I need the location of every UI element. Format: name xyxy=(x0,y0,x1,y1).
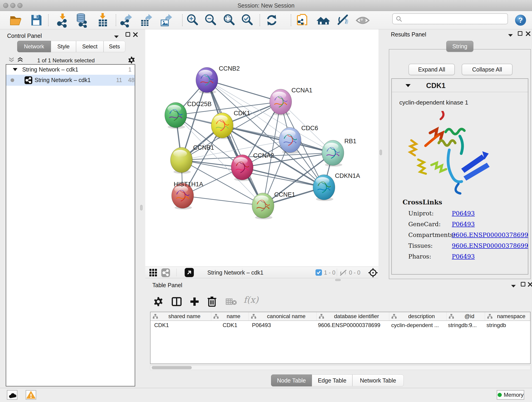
crosslink-link[interactable]: P06493 xyxy=(452,210,475,217)
node-CDK1[interactable] xyxy=(211,113,233,139)
birdseye-external-icon[interactable] xyxy=(185,268,194,277)
table-row[interactable]: CDK1CDK1P064939606.ENSP00000378699cyclin… xyxy=(151,321,530,330)
import-table-file-icon[interactable] xyxy=(95,13,110,28)
tab-network-table[interactable]: Network Table xyxy=(352,375,404,386)
memory-button[interactable]: Memory xyxy=(497,390,524,400)
cloud-button[interactable] xyxy=(7,390,17,400)
network-share-gray-icon[interactable] xyxy=(161,268,170,277)
search-box[interactable] xyxy=(392,13,508,24)
control-panel-float-icon[interactable] xyxy=(126,32,130,37)
help-icon[interactable]: ? xyxy=(515,14,526,26)
crosslink-link[interactable]: 9606.ENSP00000378699 xyxy=(452,231,528,238)
card-collapse-icon[interactable] xyxy=(405,83,411,88)
node-RB1[interactable] xyxy=(322,140,344,167)
table-cell[interactable]: cyclin-dependent ... xyxy=(389,321,447,330)
table-cell[interactable]: CDK1 xyxy=(151,321,211,330)
collapse-triangle-icon[interactable] xyxy=(12,67,18,71)
column-header-name[interactable]: name xyxy=(211,312,249,320)
node-CDC25B[interactable] xyxy=(165,102,187,129)
edge-CCNE1-HIST1H1A[interactable] xyxy=(183,196,263,206)
add-column-icon[interactable] xyxy=(189,296,200,307)
delete-column-trash-icon[interactable] xyxy=(206,296,217,307)
network-options-gear-icon[interactable] xyxy=(127,56,136,64)
table-hscrollbar[interactable] xyxy=(150,365,531,370)
tab-edge-table[interactable]: Edge Table xyxy=(312,375,352,386)
tab-style[interactable]: Style xyxy=(51,41,76,52)
protein-structure-image xyxy=(404,111,491,196)
edge-CCNB2-CCNA1[interactable] xyxy=(207,80,281,102)
results-panel-menu-icon[interactable] xyxy=(508,33,513,37)
table-cell[interactable]: stringdb xyxy=(485,321,530,330)
apply-layout-refresh-icon[interactable] xyxy=(264,13,279,28)
tab-select[interactable]: Select xyxy=(76,41,104,52)
crosshair-icon[interactable] xyxy=(368,268,378,278)
tab-sets[interactable]: Sets xyxy=(104,41,125,52)
column-header-shared-name[interactable]: shared name xyxy=(151,312,211,320)
results-panel-float-icon[interactable] xyxy=(518,31,522,36)
results-panel-close-icon[interactable] xyxy=(526,31,531,36)
tab-node-table[interactable]: Node Table xyxy=(271,375,312,386)
table-panel-menu-icon[interactable] xyxy=(511,284,516,288)
column-header-database-identifier[interactable]: database identifier xyxy=(317,312,389,320)
table-cell[interactable]: P06493 xyxy=(249,321,317,330)
table-splitter-handle[interactable] xyxy=(335,279,341,281)
table-cell[interactable]: stringdb:9... xyxy=(447,321,485,330)
table-gear-icon[interactable] xyxy=(153,296,164,307)
node-CCNE1[interactable] xyxy=(252,193,274,219)
crosslink-link[interactable]: P06493 xyxy=(452,221,475,228)
tab-network[interactable]: Network xyxy=(17,41,51,52)
column-header--id[interactable]: @id xyxy=(447,312,485,320)
grid-view-icon[interactable] xyxy=(149,268,158,277)
control-panel-close-icon[interactable] xyxy=(133,32,138,37)
zoom-fit-icon[interactable] xyxy=(222,13,237,28)
node-CCNA2[interactable] xyxy=(231,155,253,181)
hidden-eye-slash-icon[interactable] xyxy=(339,269,347,277)
save-session-icon[interactable] xyxy=(29,13,44,28)
control-panel-menu-icon[interactable] xyxy=(114,35,119,38)
results-splitter-handle[interactable] xyxy=(380,150,382,155)
network-collection-row[interactable]: String Network – cdk1 1 xyxy=(6,65,135,75)
edge-CCNB2-CCNE1[interactable] xyxy=(207,80,263,206)
search-input[interactable] xyxy=(404,15,505,23)
tab-string[interactable]: String xyxy=(446,41,473,52)
column-header-description[interactable]: description xyxy=(389,312,447,320)
node-CDKN1A[interactable] xyxy=(313,175,335,201)
export-network-icon[interactable] xyxy=(119,13,134,28)
zoom-out-icon[interactable] xyxy=(203,13,218,28)
crosslink-link[interactable]: 9606.ENSP00000378699 xyxy=(452,242,528,249)
table-cell[interactable]: CDK1 xyxy=(211,321,249,330)
glass-ball-toggle-icon[interactable] xyxy=(335,13,350,28)
node-CCNB1[interactable] xyxy=(171,147,192,174)
zoom-selected-icon[interactable] xyxy=(240,13,255,28)
export-table-icon[interactable] xyxy=(138,13,153,28)
table-cell[interactable]: 9606.ENSP00000378699 xyxy=(317,321,389,330)
network-row-selected[interactable]: String Network – cdk1 11 48 xyxy=(6,75,135,86)
selected-checkbox-icon[interactable] xyxy=(316,269,322,276)
eye-icon[interactable] xyxy=(355,13,370,28)
network-canvas[interactable]: CCNB2CCNA1CDC25BCDK1CDC6RB1CCNB1CCNA2CDK… xyxy=(145,29,379,267)
crosslink-link[interactable]: P06493 xyxy=(452,253,475,260)
node-CCNA1[interactable] xyxy=(270,89,292,115)
expand-all-button[interactable]: Expand All xyxy=(409,64,455,75)
import-network-database-icon[interactable] xyxy=(74,13,89,28)
control-splitter-handle[interactable] xyxy=(140,205,143,211)
column-header-namespace[interactable]: namespace xyxy=(485,312,530,320)
protein-card-header[interactable]: CDK1 xyxy=(392,79,528,92)
table-hscrollbar-thumb[interactable] xyxy=(152,366,192,369)
table-panel-float-icon[interactable] xyxy=(521,282,525,287)
collapse-all-button[interactable]: Collapse All xyxy=(462,64,513,75)
export-image-icon[interactable] xyxy=(158,13,173,28)
string-import-document-icon[interactable] xyxy=(295,13,310,28)
houses-icon[interactable] xyxy=(316,13,331,28)
table-panel-close-icon[interactable] xyxy=(528,282,532,287)
zoom-in-icon[interactable] xyxy=(185,13,200,28)
svg-text:?: ? xyxy=(518,16,523,24)
node-CCNB2[interactable] xyxy=(196,67,218,94)
column-header-canonical-name[interactable]: canonical name xyxy=(249,312,317,320)
node-CDC6[interactable] xyxy=(279,128,301,154)
show-columns-icon[interactable] xyxy=(171,296,182,307)
open-session-icon[interactable] xyxy=(8,13,24,28)
warning-button[interactable] xyxy=(26,390,36,400)
import-network-file-icon[interactable] xyxy=(55,13,70,28)
delete-table-icon-disabled xyxy=(226,298,237,306)
